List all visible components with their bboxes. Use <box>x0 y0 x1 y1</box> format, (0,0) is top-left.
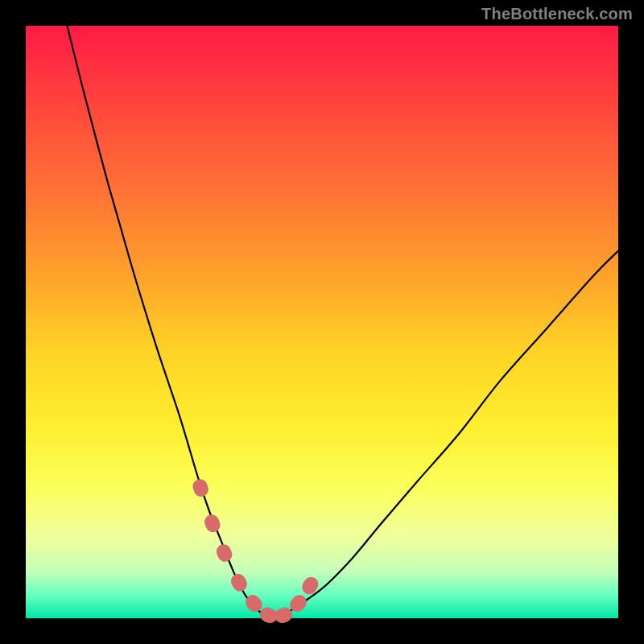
bottleneck-curve <box>68 26 619 617</box>
marker-point <box>229 572 250 594</box>
svg-rect-3 <box>229 572 250 594</box>
watermark-text: TheBottleneck.com <box>481 5 633 23</box>
chart-area <box>26 26 618 618</box>
bottleneck-plot <box>26 26 618 618</box>
marker-point <box>214 542 234 564</box>
svg-rect-2 <box>214 542 234 564</box>
marker-point <box>203 513 222 535</box>
svg-rect-1 <box>203 513 222 535</box>
svg-rect-0 <box>191 477 210 499</box>
highlight-markers <box>191 477 321 625</box>
marker-point <box>191 477 210 499</box>
svg-rect-8 <box>299 574 321 597</box>
marker-point <box>299 574 321 597</box>
